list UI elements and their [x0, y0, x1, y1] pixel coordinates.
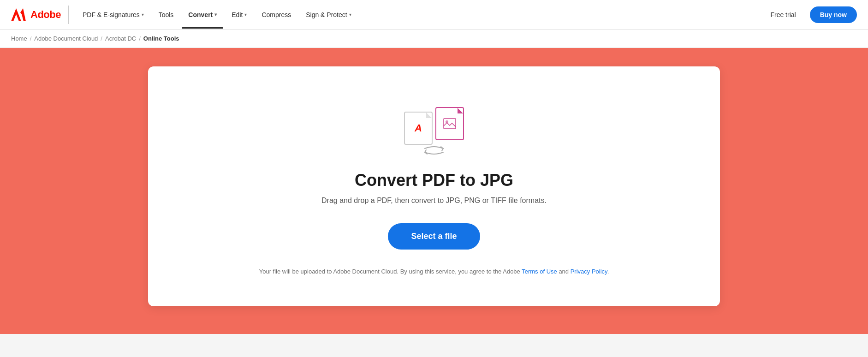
image-icon	[443, 118, 457, 130]
nav-item-sign-protect[interactable]: Sign & Protect ▾	[299, 7, 358, 22]
select-file-button[interactable]: Select a file	[388, 223, 480, 250]
nav-item-compress[interactable]: Compress	[255, 7, 297, 22]
page-heading: Convert PDF to JPG	[355, 171, 513, 190]
breadcrumb-sep: /	[139, 35, 141, 42]
buy-now-button[interactable]: Buy now	[810, 6, 857, 23]
nav-item-edit[interactable]: Edit ▾	[225, 7, 253, 22]
acrobat-letter: A	[415, 122, 422, 134]
chevron-down-icon: ▾	[142, 12, 144, 17]
privacy-policy-link[interactable]: Privacy Policy	[571, 268, 607, 275]
breadcrumb-sep: /	[101, 35, 102, 42]
chevron-down-icon: ▾	[349, 12, 351, 17]
breadcrumb-home[interactable]: Home	[11, 35, 27, 42]
page-subtext: Drag and drop a PDF, then convert to JPG…	[321, 196, 547, 205]
breadcrumb-acrobat[interactable]: Acrobat DC	[105, 35, 136, 42]
breadcrumb-adc[interactable]: Adobe Document Cloud	[34, 35, 98, 42]
nav-items: PDF & E-signatures ▾ Tools Convert ▾ Edi…	[76, 7, 764, 22]
breadcrumb-sep: /	[30, 35, 32, 42]
adobe-logo-text: Adobe	[30, 9, 61, 21]
free-trial-link[interactable]: Free trial	[764, 7, 802, 22]
chevron-down-icon: ▾	[244, 12, 247, 17]
nav-item-tools[interactable]: Tools	[152, 7, 180, 22]
adobe-logo[interactable]: Adobe	[11, 6, 69, 24]
adobe-logo-icon	[11, 8, 26, 21]
jpg-icon	[435, 107, 464, 140]
nav-right: Free trial Buy now	[764, 6, 857, 23]
pdf-icon: A	[404, 112, 433, 145]
navigation: Adobe PDF & E-signatures ▾ Tools Convert…	[0, 0, 868, 30]
nav-item-convert[interactable]: Convert ▾	[182, 7, 223, 22]
svg-rect-2	[444, 119, 456, 129]
svg-marker-1	[20, 8, 26, 21]
breadcrumb: Home / Adobe Document Cloud / Acrobat DC…	[0, 30, 868, 48]
terms-of-use-link[interactable]: Terms of Use	[522, 268, 557, 275]
svg-marker-0	[11, 8, 21, 21]
main-card: A	[148, 66, 720, 306]
chevron-down-icon: ▾	[214, 12, 217, 17]
hero-background: A	[0, 48, 868, 334]
breadcrumb-current: Online Tools	[143, 35, 179, 42]
footer-legal-note: Your file will be uploaded to Adobe Docu…	[259, 268, 609, 275]
nav-item-pdf-esig[interactable]: PDF & E-signatures ▾	[76, 7, 150, 22]
conversion-icon-group: A	[404, 107, 464, 158]
convert-arrows-icon	[422, 145, 446, 158]
